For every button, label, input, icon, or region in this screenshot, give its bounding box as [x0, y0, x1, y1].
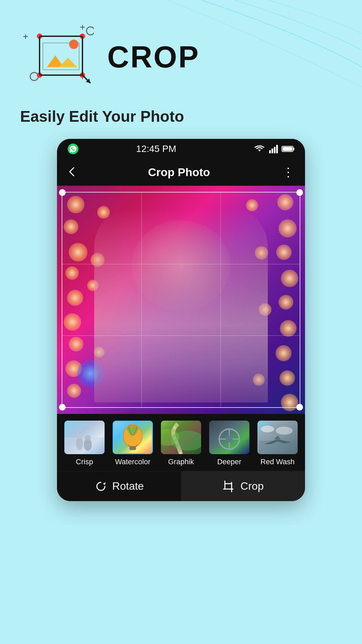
bottom-toolbar: Rotate Crop — [57, 471, 305, 501]
svg-point-5 — [30, 72, 38, 80]
svg-point-15 — [69, 40, 78, 49]
status-right-icons — [253, 144, 295, 154]
svg-text:+: + — [23, 31, 28, 42]
crop-label: Crop — [240, 480, 263, 492]
filter-label-redwash: Red Wash — [260, 458, 295, 466]
menu-button[interactable]: ⋮ — [280, 165, 297, 179]
crop-handle-top-left[interactable] — [59, 189, 66, 196]
status-time: 12:45 PM — [59, 144, 253, 154]
grid-line-v2 — [221, 193, 221, 407]
svg-rect-23 — [272, 149, 273, 153]
header-section: + + + — [0, 0, 362, 139]
svg-rect-38 — [130, 446, 136, 450]
filter-thumb-graphik[interactable] — [161, 421, 201, 454]
back-button[interactable] — [65, 165, 78, 179]
grid-line-h1 — [62, 264, 300, 264]
crop-overlay[interactable] — [62, 192, 300, 408]
rotate-button[interactable]: Rotate — [57, 471, 181, 501]
crop-feature-icon: + + + — [20, 20, 94, 94]
filter-label-crisp: Crisp — [76, 458, 93, 466]
status-bar: 12:45 PM — [57, 139, 305, 159]
crop-handle-bottom-left[interactable] — [59, 404, 66, 411]
filter-thumb-redwash[interactable] — [257, 421, 298, 454]
app-bar-title: Crop Photo — [148, 166, 210, 179]
filter-thumb-watercolor[interactable] — [113, 421, 153, 454]
svg-point-54 — [276, 427, 293, 435]
filter-item-crisp[interactable]: Crisp — [62, 421, 107, 466]
rotate-label: Rotate — [112, 480, 144, 492]
svg-point-53 — [261, 426, 274, 432]
filter-item-redwash[interactable]: Red Wash — [255, 421, 300, 466]
svg-rect-22 — [269, 150, 271, 153]
filter-thumb-deeper[interactable] — [209, 421, 249, 454]
grid-line-v1 — [141, 193, 142, 407]
svg-marker-21 — [258, 150, 261, 152]
grid-line-h2 — [62, 335, 300, 336]
filter-label-graphik: Graphik — [168, 458, 194, 466]
battery-icon — [282, 145, 295, 153]
svg-point-46 — [226, 436, 233, 442]
svg-rect-27 — [293, 148, 294, 150]
crop-button[interactable]: Crop — [181, 471, 305, 501]
title-row: + + + — [20, 20, 342, 94]
rotate-icon — [94, 480, 108, 493]
filter-thumb-crisp[interactable] — [64, 421, 105, 454]
wifi-icon — [253, 144, 265, 154]
svg-marker-14 — [59, 58, 77, 67]
phone-mockup: 12:45 PM — [57, 139, 305, 501]
image-area[interactable] — [57, 186, 305, 414]
svg-marker-55 — [103, 482, 106, 485]
filter-item-graphik[interactable]: Graphik — [159, 421, 203, 466]
crop-handle-top-right[interactable] — [296, 189, 303, 196]
filter-label-watercolor: Watercolor — [115, 458, 150, 466]
svg-rect-24 — [274, 147, 276, 153]
svg-text:+: + — [80, 22, 85, 32]
svg-rect-60 — [225, 484, 232, 489]
filter-label-deeper: Deeper — [217, 458, 241, 466]
page-subtitle: Easily Edit Your Photo — [20, 107, 342, 125]
page-title: CROP — [107, 40, 200, 74]
app-bar: Crop Photo ⋮ — [57, 159, 305, 186]
svg-rect-25 — [276, 145, 278, 153]
crop-icon — [222, 480, 236, 493]
svg-rect-28 — [283, 147, 292, 151]
svg-rect-52 — [259, 441, 296, 454]
filters-section: Crisp — [57, 414, 305, 471]
svg-point-32 — [77, 433, 82, 439]
crop-handle-bottom-right[interactable] — [296, 404, 303, 411]
svg-point-4 — [86, 27, 94, 35]
filter-item-deeper[interactable]: Deeper — [207, 421, 251, 466]
signal-icon — [269, 144, 278, 154]
filter-item-watercolor[interactable]: Watercolor — [111, 421, 155, 466]
svg-point-34 — [85, 435, 91, 441]
